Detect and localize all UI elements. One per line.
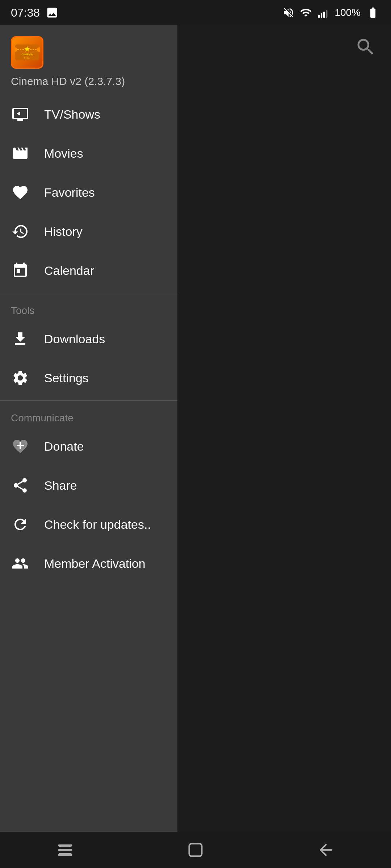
check-updates-label: Check for updates..	[44, 518, 151, 532]
battery-level: 100%	[335, 7, 361, 18]
nav-home-button[interactable]	[177, 839, 214, 861]
status-icons: 100%	[282, 7, 380, 19]
sidebar-item-donate[interactable]: Donate	[0, 427, 177, 466]
sidebar-item-downloads[interactable]: Downloads	[0, 319, 177, 358]
donate-label: Donate	[44, 439, 84, 454]
main-container: CINEMA FREE Cinema HD v2 (2.3.7.3) TV/Sh…	[0, 25, 391, 832]
search-icon	[355, 36, 377, 58]
time-display: 07:38	[11, 6, 40, 20]
share-icon	[11, 476, 30, 495]
tv-icon	[11, 105, 30, 124]
app-logo: CINEMA FREE	[11, 36, 43, 69]
svg-text:CINEMA: CINEMA	[21, 53, 33, 56]
app-header: CINEMA FREE Cinema HD v2 (2.3.7.3)	[0, 25, 177, 95]
calendar-svg-icon	[12, 262, 29, 279]
history-label: History	[44, 225, 83, 239]
tools-divider	[0, 293, 177, 293]
sidebar-item-settings[interactable]: Settings	[0, 358, 177, 397]
history-icon	[11, 222, 30, 241]
recents-icon	[56, 841, 75, 859]
sidebar-item-member-activation[interactable]: Member Activation	[0, 544, 177, 583]
mute-icon	[282, 7, 295, 19]
battery-icon	[366, 7, 380, 19]
donate-icon	[11, 437, 30, 456]
members-icon	[11, 554, 30, 573]
refresh-svg-icon	[12, 516, 29, 533]
nav-back-button[interactable]	[308, 839, 344, 861]
share-svg-icon	[12, 477, 29, 494]
movies-label: Movies	[44, 146, 83, 161]
signal-icon	[317, 7, 329, 19]
status-bar: 07:38 100%	[0, 0, 391, 25]
app-logo-inner: CINEMA FREE	[12, 37, 42, 68]
gallery-icon	[46, 6, 59, 19]
favorites-label: Favorites	[44, 186, 95, 200]
svg-rect-2	[323, 12, 325, 18]
content-area	[177, 25, 391, 832]
wifi-icon	[300, 7, 312, 19]
bottom-navigation-bar	[0, 832, 391, 868]
settings-svg-icon	[12, 369, 29, 387]
nav-recents-button[interactable]	[47, 839, 83, 861]
sidebar-item-calendar[interactable]: Calendar	[0, 251, 177, 290]
app-version-title: Cinema HD v2 (2.3.7.3)	[11, 75, 167, 88]
sidebar-item-favorites[interactable]: Favorites	[0, 173, 177, 212]
settings-icon	[11, 369, 30, 387]
members-svg-icon	[11, 555, 30, 572]
sidebar-item-share[interactable]: Share	[0, 466, 177, 505]
communicate-divider	[0, 400, 177, 401]
share-label: Share	[44, 478, 77, 493]
downloads-label: Downloads	[44, 332, 105, 346]
tv-shows-label: TV/Shows	[44, 107, 100, 122]
status-time-group: 07:38	[11, 6, 59, 20]
back-icon	[316, 841, 335, 859]
movies-icon	[11, 144, 30, 163]
calendar-icon	[11, 261, 30, 280]
svg-rect-11	[58, 844, 72, 846]
svg-text:FREE: FREE	[24, 57, 30, 59]
movies-svg-icon	[12, 145, 29, 162]
search-button[interactable]	[355, 36, 377, 59]
cinema-logo-graphic: CINEMA FREE	[14, 42, 40, 63]
sidebar-item-history[interactable]: History	[0, 212, 177, 251]
svg-rect-14	[189, 844, 202, 856]
svg-rect-13	[58, 854, 72, 856]
calendar-label: Calendar	[44, 264, 94, 278]
svg-rect-0	[318, 15, 320, 18]
sidebar-item-check-updates[interactable]: Check for updates..	[0, 505, 177, 544]
navigation-drawer: CINEMA FREE Cinema HD v2 (2.3.7.3) TV/Sh…	[0, 25, 177, 832]
downloads-svg-icon	[12, 330, 29, 348]
heart-icon	[11, 183, 30, 202]
sidebar-item-tv-shows[interactable]: TV/Shows	[0, 95, 177, 134]
favorites-svg-icon	[12, 184, 29, 201]
tools-section-label: Tools	[0, 296, 177, 319]
svg-rect-3	[326, 10, 327, 18]
download-icon	[11, 329, 30, 348]
donate-svg-icon	[12, 438, 29, 455]
history-svg-icon	[12, 223, 29, 240]
svg-rect-12	[58, 849, 72, 851]
communicate-section-label: Communicate	[0, 404, 177, 427]
member-activation-label: Member Activation	[44, 557, 146, 571]
svg-rect-1	[321, 13, 322, 18]
tv-shows-svg-icon	[12, 106, 29, 123]
refresh-icon	[11, 515, 30, 534]
sidebar-item-movies[interactable]: Movies	[0, 134, 177, 173]
home-icon	[186, 841, 205, 859]
nav-section: TV/Shows Movies Favorites	[0, 95, 177, 832]
settings-label: Settings	[44, 371, 89, 385]
